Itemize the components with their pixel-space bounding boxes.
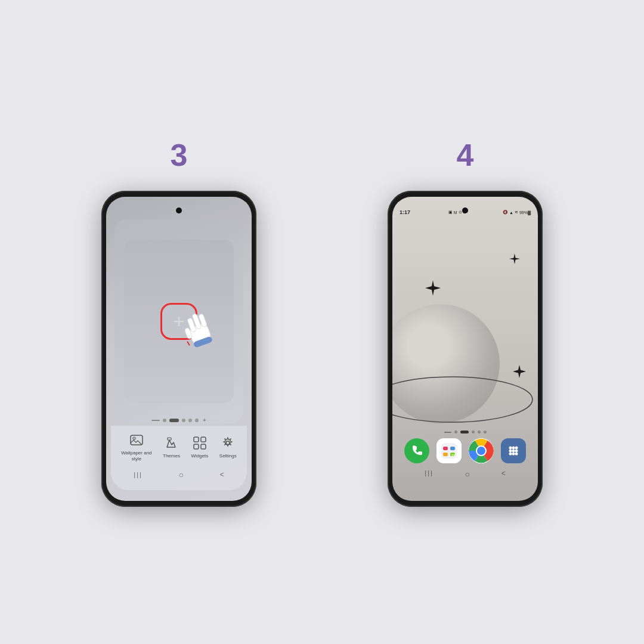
svg-point-28 (512, 450, 515, 453)
page-dot-4-5 (484, 431, 487, 434)
widgets-label: Widgets (191, 453, 208, 459)
sparkle-2-icon (425, 280, 441, 300)
store-app-icon[interactable]: 15 (436, 438, 462, 463)
nav-themes[interactable]: Themes (163, 435, 180, 459)
recents-4-gesture[interactable]: ||| (425, 469, 434, 479)
wallpaper-edit-area: + (114, 219, 243, 423)
svg-rect-18 (443, 453, 448, 456)
wallpaper-label: Wallpaper andstyle (121, 450, 151, 462)
dot-lines (151, 420, 160, 421)
svg-point-27 (509, 450, 512, 453)
dock-apps-row: 15 (404, 438, 526, 463)
home-dock-4: 15 (397, 431, 533, 490)
svg-point-26 (515, 447, 518, 450)
svg-point-30 (509, 453, 512, 456)
back-gesture[interactable]: < (220, 470, 224, 479)
camera-3 (176, 208, 182, 213)
recents-gesture[interactable]: ||| (134, 471, 143, 478)
plus-btn-container[interactable]: + (160, 303, 197, 340)
status-time: 1:17 (400, 209, 410, 215)
svg-text:15: 15 (451, 454, 456, 457)
svg-point-31 (512, 453, 515, 456)
gesture-nav-4: ||| ○ < (397, 467, 533, 481)
dot-status-icon: • (463, 210, 465, 215)
phone-4-screen: 1:17 ▣ M ⊙ • 🔇 ▲ ≋ 99%▓ (392, 197, 538, 501)
dot-2 (169, 419, 179, 422)
svg-rect-8 (168, 438, 171, 440)
status-icons: ▣ M ⊙ • (448, 210, 465, 215)
step-4-number: 4 (457, 137, 474, 173)
page-dots-3: + (106, 417, 252, 423)
svg-point-24 (509, 447, 512, 450)
nav-wallpaper[interactable]: Wallpaper andstyle (121, 432, 151, 462)
svg-point-29 (515, 450, 518, 453)
svg-rect-10 (201, 437, 206, 442)
nav-icons-row: Wallpaper andstyle Themes (111, 426, 247, 463)
mail-status-icon: M (454, 210, 457, 215)
themes-icon (163, 435, 179, 451)
home-4-gesture[interactable]: ○ (465, 469, 470, 479)
phone-3-screen: + (106, 197, 252, 501)
indicator-line (444, 432, 451, 433)
main-container: 3 + (0, 0, 644, 644)
settings-label: Settings (219, 453, 237, 459)
svg-point-7 (133, 437, 135, 439)
home-gesture[interactable]: ○ (179, 470, 184, 479)
svg-point-25 (512, 447, 515, 450)
wallpaper-icon (128, 432, 145, 448)
phone-4: 1:17 ▣ M ⊙ • 🔇 ▲ ≋ 99%▓ (388, 191, 543, 507)
svg-rect-16 (443, 447, 448, 450)
bottom-nav-3: Wallpaper andstyle Themes (111, 426, 247, 490)
alarm-status-icon: ⊙ (459, 210, 462, 215)
indicator-lines (444, 432, 451, 433)
phone-3: + (101, 191, 256, 507)
svg-point-32 (515, 453, 518, 456)
dot-1 (163, 419, 166, 422)
step-3-number: 3 (171, 137, 188, 173)
svg-rect-17 (450, 447, 455, 450)
page-dot-4-1 (454, 431, 457, 434)
svg-point-14 (392, 377, 532, 422)
planet-ring (392, 373, 535, 426)
right-status-icons: 🔇 ▲ ≋ 99%▓ (503, 210, 531, 215)
page-dot-4-4 (478, 431, 481, 434)
planet-area (392, 221, 538, 435)
dot-4 (188, 419, 192, 422)
widgets-icon (191, 435, 208, 451)
phone-app-icon[interactable] (404, 438, 429, 463)
wallpaper-inner: + (124, 240, 234, 403)
svg-point-23 (477, 447, 485, 455)
chrome-app-icon[interactable] (469, 438, 494, 463)
signal-icon: ▲ (509, 210, 513, 215)
settings-icon (219, 435, 236, 451)
dot-5 (195, 419, 199, 422)
status-bar: 1:17 ▣ M ⊙ • 🔇 ▲ ≋ 99%▓ (400, 208, 531, 217)
themes-label: Themes (163, 453, 180, 459)
page-dot-4-3 (472, 431, 475, 434)
svg-rect-11 (194, 444, 199, 449)
gesture-nav-3: ||| ○ < (111, 465, 247, 484)
gallery-status-icon: ▣ (448, 210, 453, 215)
apps-grid-icon[interactable] (501, 438, 526, 463)
dot-3 (182, 419, 185, 422)
page-indicator-4 (444, 431, 487, 434)
step-3-block: 3 + (101, 137, 256, 507)
back-4-gesture[interactable]: < (501, 469, 506, 479)
svg-rect-9 (194, 437, 199, 442)
dot-plus: + (203, 417, 206, 423)
battery-icon: 99%▓ (519, 210, 531, 215)
page-dot-4-2 (460, 431, 469, 434)
wifi-icon: ≋ (515, 210, 518, 215)
dot-line (151, 420, 160, 421)
step-4-block: 4 1:17 ▣ M ⊙ • 🔇 ▲ ≋ (388, 137, 543, 507)
mute-icon: 🔇 (503, 210, 508, 215)
nav-widgets[interactable]: Widgets (191, 435, 208, 459)
sparkle-1-icon (509, 253, 520, 267)
nav-settings[interactable]: Settings (219, 435, 237, 459)
svg-rect-12 (201, 444, 206, 449)
